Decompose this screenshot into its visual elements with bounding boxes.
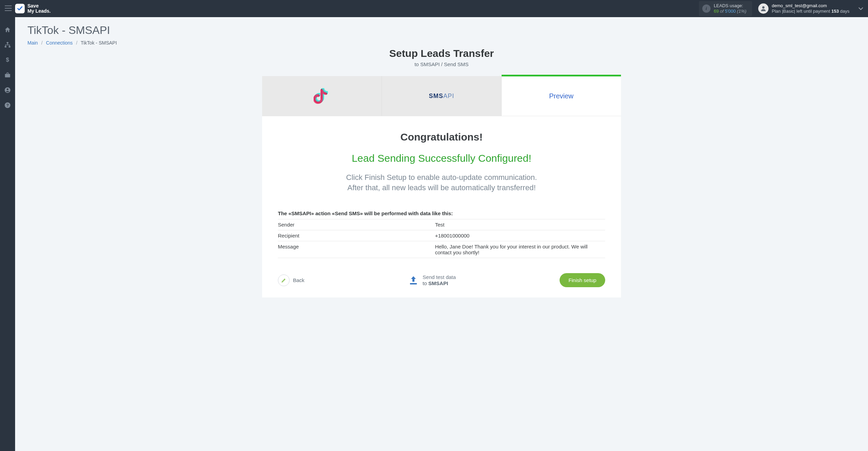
table-row: Sender Test: [278, 219, 605, 230]
svg-text:$: $: [6, 57, 9, 63]
wizard-tabs: SMSAPI Preview: [262, 76, 621, 116]
headline-title: Setup Leads Transfer: [27, 48, 856, 59]
logo-icon: [15, 4, 25, 13]
headline-subtitle: to SMSAPI / Send SMS: [27, 61, 856, 67]
field-value: Test: [435, 219, 605, 230]
smsapi-logo: SMSAPI: [429, 93, 454, 100]
hamburger-menu-icon[interactable]: [5, 5, 12, 12]
field-value: +18001000000: [435, 230, 605, 241]
svg-rect-5: [5, 74, 10, 77]
finish-setup-button[interactable]: Finish setup: [560, 273, 605, 287]
user-email: demo_sml_test@gmail.com: [772, 3, 849, 9]
svg-rect-3: [9, 46, 10, 47]
field-label: Sender: [278, 219, 435, 230]
left-sidebar: $ ?: [0, 17, 15, 311]
account-icon[interactable]: [4, 86, 11, 94]
svg-point-7: [7, 88, 9, 90]
top-navbar: Save My Leads. i LEADS usage: 69 of 5'00…: [0, 0, 868, 17]
svg-rect-2: [5, 46, 7, 47]
send-test-line1: Send test data: [423, 274, 456, 280]
svg-text:?: ?: [6, 103, 9, 107]
svg-rect-10: [410, 283, 417, 284]
info-icon: i: [702, 4, 711, 13]
home-icon[interactable]: [4, 26, 11, 34]
field-label: Recipient: [278, 230, 435, 241]
table-row: Recipient +18001000000: [278, 230, 605, 241]
field-value: Hello, Jane Doe! Thank you for your inte…: [435, 241, 605, 258]
usage-numbers: 69 of 5'000 (1%): [714, 9, 747, 14]
brand-text: Save My Leads.: [27, 3, 51, 13]
tab-source[interactable]: [262, 76, 382, 116]
tab-preview[interactable]: Preview: [502, 76, 621, 116]
breadcrumb-main[interactable]: Main: [27, 40, 38, 46]
preview-table: Sender Test Recipient +18001000000 Messa…: [278, 219, 605, 258]
pencil-icon: [278, 275, 290, 286]
congrats-hint: Click Finish Setup to enable auto-update…: [278, 172, 605, 193]
user-avatar-icon: [758, 3, 769, 14]
user-menu[interactable]: demo_sml_test@gmail.com Plan |Basic| lef…: [758, 3, 849, 14]
send-test-button[interactable]: Send test data to SMSAPI: [408, 274, 456, 287]
usage-title: LEADS usage:: [714, 3, 747, 9]
connections-icon[interactable]: [4, 41, 11, 49]
breadcrumb: Main / Connections / TikTok - SMSAPI: [27, 40, 856, 46]
preview-note: The «SMSAPI» action «Send SMS» will be p…: [278, 210, 605, 216]
upload-icon: [408, 276, 419, 285]
page-title: TikTok - SMSAPI: [27, 24, 856, 37]
tab-preview-label: Preview: [549, 92, 573, 100]
back-button[interactable]: Back: [278, 275, 304, 286]
leads-usage-box[interactable]: i LEADS usage: 69 of 5'000 (1%): [699, 1, 752, 16]
svg-rect-1: [7, 42, 9, 44]
help-icon[interactable]: ?: [4, 101, 11, 109]
billing-icon[interactable]: $: [4, 56, 11, 64]
chevron-down-icon[interactable]: [858, 6, 863, 11]
send-test-line2: to SMSAPI: [423, 280, 456, 287]
breadcrumb-current: TikTok - SMSAPI: [81, 40, 117, 46]
congrats-title: Congratulations!: [278, 131, 605, 143]
brand-logo[interactable]: Save My Leads.: [15, 3, 51, 13]
field-label: Message: [278, 241, 435, 258]
tab-destination[interactable]: SMSAPI: [382, 76, 502, 116]
svg-point-0: [762, 6, 764, 9]
back-label: Back: [293, 277, 304, 283]
table-row: Message Hello, Jane Doe! Thank you for y…: [278, 241, 605, 258]
tiktok-icon: [314, 87, 330, 105]
user-plan: Plan |Basic| left until payment 153 days: [772, 9, 849, 14]
congrats-success: Lead Sending Successfully Configured!: [278, 153, 605, 164]
briefcase-icon[interactable]: [4, 71, 11, 79]
breadcrumb-connections[interactable]: Connections: [46, 40, 73, 46]
